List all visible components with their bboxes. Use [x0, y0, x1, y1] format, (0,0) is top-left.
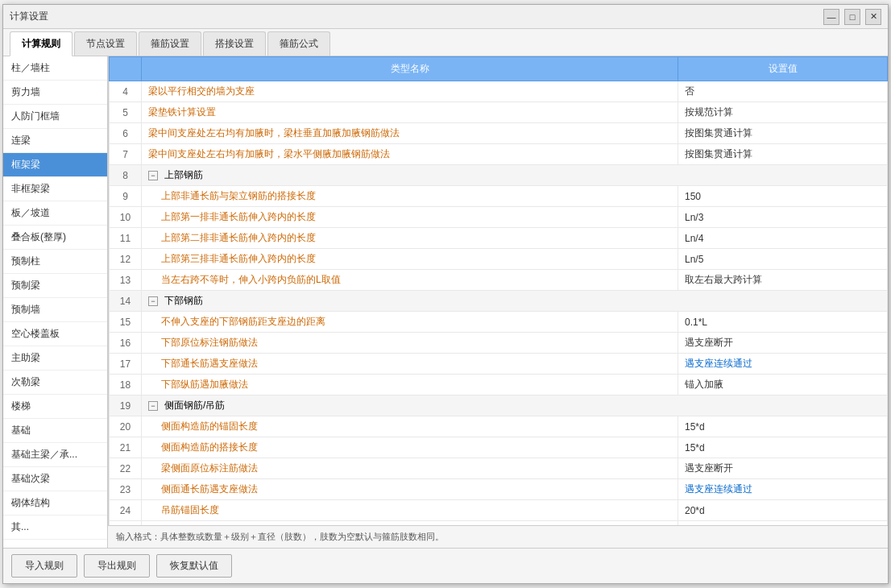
row-value[interactable]: 按图集贯通计算 — [678, 144, 888, 165]
sidebar-item-masonry[interactable]: 砌体结构 — [3, 491, 107, 516]
sidebar-item-precast-beam[interactable]: 预制梁 — [3, 274, 107, 298]
sidebar-item-foundation[interactable]: 基础 — [3, 419, 107, 443]
table-row[interactable]: 16 下部原位标注钢筋做法 遇支座断开 — [110, 333, 888, 354]
row-value[interactable]: Ln/3 — [678, 207, 888, 228]
table-row[interactable]: 11 上部第二排非通长筋伸入跨内的长度 Ln/4 — [110, 228, 888, 249]
row-num: 19 — [110, 395, 142, 416]
export-button[interactable]: 导出规则 — [84, 554, 150, 578]
table-row[interactable]: 22 梁侧面原位标注筋做法 遇支座断开 — [110, 458, 888, 479]
data-table: 类型名称 设置值 4 梁以平行相交的墙为支座 否 5 — [108, 56, 888, 525]
table-row[interactable]: 10 上部第一排非通长筋伸入跨内的长度 Ln/3 — [110, 207, 888, 228]
table-row[interactable]: 21 侧面构造筋的搭接长度 15*d — [110, 437, 888, 458]
row-num: 18 — [110, 375, 142, 395]
sidebar-item-main-rib-beam[interactable]: 主助梁 — [3, 346, 107, 371]
row-num: 14 — [110, 291, 142, 312]
col-name-header: 类型名称 — [142, 57, 678, 81]
sidebar-item-precast-wall[interactable]: 预制墙 — [3, 298, 107, 322]
section-row-top-rebar: 8 －上部钢筋 — [110, 165, 888, 186]
row-name: 梁中间支座处左右均有加腋时，梁柱垂直加腋加腋钢筋做法 — [142, 123, 678, 144]
table-row[interactable]: 17 下部通长筋遇支座做法 遇支座连续通过 — [110, 354, 888, 375]
title-bar: 计算设置 — □ ✕ — [3, 5, 888, 29]
row-value[interactable]: 遇支座连续通过 — [678, 354, 888, 375]
tab-lap-settings[interactable]: 搭接设置 — [203, 31, 266, 56]
row-value[interactable]: 15*d — [678, 437, 888, 458]
row-num: 10 — [110, 207, 142, 228]
sidebar-item-shear-wall[interactable]: 剪力墙 — [3, 81, 107, 105]
row-num: 8 — [110, 165, 142, 186]
table-area: 类型名称 设置值 4 梁以平行相交的墙为支座 否 5 — [108, 56, 888, 548]
table-row[interactable]: 12 上部第三排非通长筋伸入跨内的长度 Ln/5 — [110, 249, 888, 270]
table-row[interactable]: 18 下部纵筋遇加腋做法 锚入加腋 — [110, 375, 888, 395]
row-name: 上部第三排非通长筋伸入跨内的长度 — [142, 249, 678, 270]
sidebar-item-civil-defense[interactable]: 人防门框墙 — [3, 105, 107, 129]
table-row[interactable]: 4 梁以平行相交的墙为支座 否 — [110, 81, 888, 102]
sidebar-item-composite-slab[interactable]: 叠合板(整厚) — [3, 226, 107, 250]
sidebar-item-precast-column[interactable]: 预制柱 — [3, 250, 107, 274]
import-button[interactable]: 导入规则 — [11, 554, 77, 578]
collapse-button[interactable]: － — [148, 401, 158, 411]
sidebar-item-non-frame-beam[interactable]: 非框架梁 — [3, 177, 107, 201]
table-row[interactable]: 5 梁垫铁计算设置 按规范计算 — [110, 102, 888, 123]
table-row[interactable]: 23 侧面通长筋遇支座做法 遇支座连续通过 — [110, 479, 888, 500]
row-value[interactable]: 150 — [678, 186, 888, 207]
window-controls: — □ ✕ — [823, 9, 881, 25]
sidebar-item-foundation-secondary-beam[interactable]: 基础次梁 — [3, 467, 107, 491]
table-row[interactable]: 13 当左右跨不等时，伸入小跨内负筋的L取值 取左右最大跨计算 — [110, 270, 888, 291]
row-name: 梁侧面原位标注筋做法 — [142, 458, 678, 479]
col-num-header — [110, 57, 142, 81]
row-name: 侧面构造筋的搭接长度 — [142, 437, 678, 458]
row-num: 15 — [110, 312, 142, 333]
restore-button[interactable]: 恢复默认值 — [156, 554, 232, 578]
collapse-button[interactable]: － — [148, 171, 158, 180]
row-value[interactable]: 按规范计算 — [678, 102, 888, 123]
row-num: 11 — [110, 228, 142, 249]
tab-calculation-rules[interactable]: 计算规则 — [10, 31, 73, 56]
section-row-bottom-rebar: 14 －下部钢筋 — [110, 291, 888, 312]
row-name: 侧面通长筋遇支座做法 — [142, 479, 678, 500]
row-value[interactable]: 否 — [678, 81, 888, 102]
minimize-button[interactable]: — — [823, 9, 839, 25]
table-row[interactable]: 24 吊筋锚固长度 20*d — [110, 500, 888, 521]
row-num: 24 — [110, 500, 142, 521]
sidebar-item-hollow-slab[interactable]: 空心楼盖板 — [3, 322, 107, 346]
sidebar-item-foundation-main-beam[interactable]: 基础主梁／承... — [3, 443, 107, 467]
section-label: －上部钢筋 — [142, 165, 888, 186]
row-name: 下部原位标注钢筋做法 — [142, 333, 678, 354]
row-value[interactable]: 锚入加腋 — [678, 375, 888, 395]
row-value[interactable]: 取左右最大跨计算 — [678, 270, 888, 291]
row-name: 当左右跨不等时，伸入小跨内负筋的L取值 — [142, 270, 678, 291]
row-name: 下部纵筋遇加腋做法 — [142, 375, 678, 395]
sidebar-item-secondary-rib-beam[interactable]: 次勒梁 — [3, 371, 107, 395]
row-value[interactable]: Ln/5 — [678, 249, 888, 270]
close-button[interactable]: ✕ — [865, 9, 881, 25]
row-value[interactable]: 遇支座连续通过 — [678, 479, 888, 500]
row-value[interactable]: Ln/4 — [678, 228, 888, 249]
table-row[interactable]: 9 上部非通长筋与架立钢筋的搭接长度 150 — [110, 186, 888, 207]
table-row[interactable]: 20 侧面构造筋的锚固长度 15*d — [110, 416, 888, 437]
row-num: 13 — [110, 270, 142, 291]
row-value[interactable]: 遇支座断开 — [678, 458, 888, 479]
tab-node-settings[interactable]: 节点设置 — [74, 31, 137, 56]
row-value[interactable]: 按图集贯通计算 — [678, 123, 888, 144]
row-value[interactable]: 遇支座断开 — [678, 333, 888, 354]
sidebar-item-staircase[interactable]: 楼梯 — [3, 395, 107, 419]
tab-stirrup-formula[interactable]: 箍筋公式 — [267, 31, 330, 56]
row-num: 5 — [110, 102, 142, 123]
row-value[interactable]: 0.1*L — [678, 312, 888, 333]
table-row[interactable]: 6 梁中间支座处左右均有加腋时，梁柱垂直加腋加腋钢筋做法 按图集贯通计算 — [110, 123, 888, 144]
sidebar-item-frame-beam[interactable]: 框架梁 — [3, 153, 107, 177]
row-value[interactable]: 20*d — [678, 500, 888, 521]
row-name: 不伸入支座的下部钢筋距支座边的距离 — [142, 312, 678, 333]
table-row[interactable]: 15 不伸入支座的下部钢筋距支座边的距离 0.1*L — [110, 312, 888, 333]
collapse-button[interactable]: － — [148, 296, 158, 306]
row-name: 上部第一排非通长筋伸入跨内的长度 — [142, 207, 678, 228]
table-row[interactable]: 7 梁中间支座处左右均有加腋时，梁水平侧腋加腋钢筋做法 按图集贯通计算 — [110, 144, 888, 165]
maximize-button[interactable]: □ — [844, 9, 860, 25]
sidebar-item-slab-ramp[interactable]: 板／坡道 — [3, 201, 107, 226]
row-value[interactable]: 15*d — [678, 416, 888, 437]
tab-stirrup-settings[interactable]: 箍筋设置 — [139, 31, 201, 56]
main-window: 计算设置 — □ ✕ 计算规则 节点设置 箍筋设置 搭接设置 箍筋公式 柱／墙柱… — [2, 4, 889, 584]
sidebar-item-other[interactable]: 其... — [3, 516, 107, 540]
sidebar-item-column-wall[interactable]: 柱／墙柱 — [3, 56, 107, 81]
sidebar-item-connecting-beam[interactable]: 连梁 — [3, 129, 107, 153]
